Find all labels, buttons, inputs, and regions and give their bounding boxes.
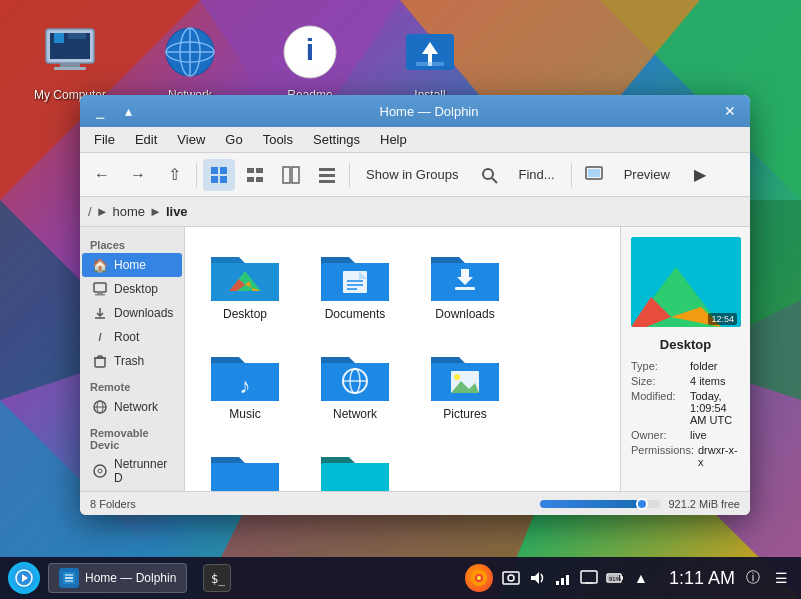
network-globe-icon <box>92 399 108 415</box>
space-bar-thumb <box>636 498 648 510</box>
free-space: 921.2 MiB free <box>668 498 740 510</box>
start-button[interactable] <box>8 562 40 594</box>
address-bar: / ► home ► live <box>80 197 750 227</box>
svg-line-39 <box>492 178 497 183</box>
sidebar-item-home[interactable]: 🏠 Home <box>82 253 182 277</box>
show-in-groups-button[interactable]: Show in Groups <box>356 163 469 186</box>
menu-view[interactable]: View <box>167 130 215 149</box>
documents-folder-icon <box>319 243 391 303</box>
system-clock[interactable]: 1:11 AM <box>669 568 735 589</box>
folder7-icon <box>209 443 281 491</box>
menu-help[interactable]: Help <box>370 130 417 149</box>
find-button[interactable]: Find... <box>509 163 565 186</box>
compact-view-button[interactable] <box>311 159 343 191</box>
info-owner-row: Owner: live <box>631 429 740 441</box>
info-modified-value: Today, 1:09:54 AM UTC <box>690 390 740 426</box>
back-button[interactable]: ← <box>86 159 118 191</box>
svg-point-38 <box>483 169 493 179</box>
svg-rect-28 <box>220 176 227 183</box>
forward-button[interactable]: → <box>122 159 154 191</box>
display-tray[interactable] <box>579 568 599 588</box>
sidebar-trash-label: Trash <box>114 354 144 368</box>
svg-point-55 <box>98 469 102 473</box>
downloads-folder-label: Downloads <box>435 307 494 321</box>
svg-rect-29 <box>247 168 254 173</box>
list-view-button[interactable] <box>239 159 271 191</box>
svg-point-77 <box>454 374 460 380</box>
menu-settings[interactable]: Settings <box>303 130 370 149</box>
network-tray[interactable] <box>553 568 573 588</box>
svg-rect-26 <box>220 167 227 174</box>
title-controls: ✕ <box>718 99 742 123</box>
readme-icon: i <box>278 20 342 84</box>
close-button[interactable]: ✕ <box>718 99 742 123</box>
disc-icon <box>92 463 108 479</box>
more-button[interactable]: ▶ <box>684 159 716 191</box>
taskbar-right: 91% ▲ 1:11 AM ⓘ ☰ <box>465 564 801 592</box>
svg-rect-42 <box>94 283 106 292</box>
svg-rect-106 <box>621 576 623 580</box>
show-in-groups-label: Show in Groups <box>366 167 459 182</box>
battery-tray[interactable]: 91% <box>605 568 625 588</box>
svg-rect-14 <box>68 33 86 39</box>
sidebar-item-network[interactable]: Network <box>82 395 182 419</box>
file-item-network[interactable]: Network <box>305 337 405 427</box>
screenshot-tray[interactable] <box>501 568 521 588</box>
menu-tools[interactable]: Tools <box>253 130 303 149</box>
taskbar: Home — Dolphin $_ <box>0 557 801 599</box>
volume-tray[interactable] <box>527 568 547 588</box>
breadcrumb-home[interactable]: home <box>113 204 146 219</box>
sidebar-item-netrunner[interactable]: Netrunner D <box>82 453 182 489</box>
file-item-documents[interactable]: Documents <box>305 237 405 327</box>
sidebar-desktop-label: Desktop <box>114 282 158 296</box>
sidebar-item-downloads[interactable]: Downloads <box>82 301 182 325</box>
info-owner-label: Owner: <box>631 429 686 441</box>
menu-edit[interactable]: Edit <box>125 130 167 149</box>
svg-rect-79 <box>211 463 279 491</box>
svg-marker-99 <box>531 572 539 584</box>
sidebar-home-label: Home <box>114 258 146 272</box>
menu-file[interactable]: File <box>84 130 125 149</box>
info-tray[interactable]: ⓘ <box>743 568 763 588</box>
minimize-button[interactable]: ⎯ <box>88 99 112 123</box>
firefox-button[interactable] <box>465 564 493 592</box>
sidebar-item-desktop[interactable]: Desktop <box>82 277 182 301</box>
file-item-downloads[interactable]: Downloads <box>415 237 515 327</box>
root-icon: / <box>92 329 108 345</box>
up-button[interactable]: ⇧ <box>158 159 190 191</box>
icon-view-button[interactable] <box>203 159 235 191</box>
svg-rect-24 <box>416 62 444 66</box>
info-size-value: 4 items <box>690 375 725 387</box>
file-item-8[interactable] <box>305 437 405 491</box>
sidebar-item-trash[interactable]: Trash <box>82 349 182 373</box>
svg-rect-30 <box>256 168 263 173</box>
svg-point-96 <box>477 576 481 580</box>
svg-rect-37 <box>319 180 335 183</box>
desktop-icon <box>92 281 108 297</box>
preview-icon-button[interactable] <box>578 159 610 191</box>
info-title: Desktop <box>631 337 740 352</box>
menu-tray[interactable]: ☰ <box>771 568 791 588</box>
info-permissions-row: Permissions: drwxr-x-x <box>631 444 740 468</box>
dolphin-window: ⎯ ▴ Home — Dolphin ✕ File Edit View Go T… <box>80 95 750 515</box>
info-permissions-value: drwxr-x-x <box>698 444 740 468</box>
chevron-tray[interactable]: ▲ <box>631 568 651 588</box>
file-item-pictures[interactable]: Pictures <box>415 337 515 427</box>
terminal-button[interactable]: $_ <box>203 564 231 592</box>
preview-button[interactable]: Preview <box>614 163 680 186</box>
split-view-button[interactable] <box>275 159 307 191</box>
file-item-desktop[interactable]: Desktop <box>195 237 295 327</box>
svg-marker-86 <box>22 574 28 582</box>
svg-rect-80 <box>321 463 389 491</box>
file-item-music[interactable]: ♪ Music <box>195 337 295 427</box>
menu-go[interactable]: Go <box>215 130 252 149</box>
taskbar-app-dolphin[interactable]: Home — Dolphin <box>48 563 187 593</box>
file-item-7[interactable] <box>195 437 295 491</box>
svg-point-98 <box>508 575 514 581</box>
info-preview-time: 12:54 <box>708 313 737 325</box>
sidebar-item-root[interactable]: / Root <box>82 325 182 349</box>
maximize-button[interactable]: ▴ <box>116 99 140 123</box>
search-button[interactable] <box>473 159 505 191</box>
status-space-bar: 921.2 MiB free <box>540 498 740 510</box>
menu-bar: File Edit View Go Tools Settings Help <box>80 127 750 153</box>
